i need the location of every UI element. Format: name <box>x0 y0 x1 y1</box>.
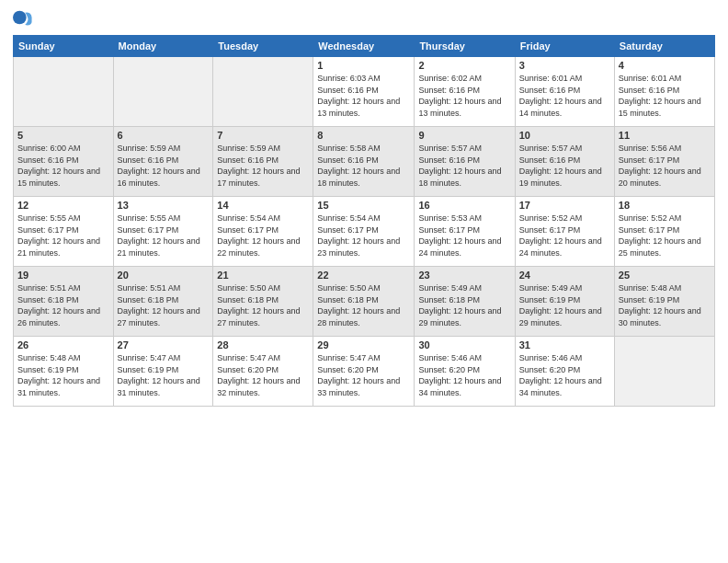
day-number: 7 <box>217 130 309 141</box>
calendar-cell: 3Sunrise: 6:01 AM Sunset: 6:16 PM Daylig… <box>515 57 614 127</box>
calendar-cell: 15Sunrise: 5:54 AM Sunset: 6:17 PM Dayli… <box>313 197 415 267</box>
weekday-header-wednesday: Wednesday <box>313 36 415 57</box>
day-number: 30 <box>418 339 510 350</box>
day-number: 1 <box>317 60 410 71</box>
day-number: 3 <box>519 60 610 71</box>
weekday-header-monday: Monday <box>113 36 213 57</box>
calendar-cell <box>113 57 213 127</box>
calendar-cell: 4Sunrise: 6:01 AM Sunset: 6:16 PM Daylig… <box>614 57 714 127</box>
day-info: Sunrise: 5:48 AM Sunset: 6:19 PM Dayligh… <box>619 282 711 328</box>
calendar-cell <box>614 337 714 407</box>
week-row-3: 12Sunrise: 5:55 AM Sunset: 6:17 PM Dayli… <box>14 197 715 267</box>
day-info: Sunrise: 6:02 AM Sunset: 6:16 PM Dayligh… <box>418 73 510 119</box>
calendar-cell: 21Sunrise: 5:50 AM Sunset: 6:18 PM Dayli… <box>213 267 313 337</box>
day-number: 24 <box>519 270 610 281</box>
day-info: Sunrise: 6:01 AM Sunset: 6:16 PM Dayligh… <box>519 73 610 119</box>
page: SundayMondayTuesdayWednesdayThursdayFrid… <box>0 0 728 563</box>
day-info: Sunrise: 6:01 AM Sunset: 6:16 PM Dayligh… <box>619 73 711 119</box>
calendar-cell: 13Sunrise: 5:55 AM Sunset: 6:17 PM Dayli… <box>113 197 213 267</box>
day-info: Sunrise: 5:52 AM Sunset: 6:17 PM Dayligh… <box>619 213 711 259</box>
day-info: Sunrise: 5:49 AM Sunset: 6:19 PM Dayligh… <box>519 282 610 328</box>
calendar-cell: 11Sunrise: 5:56 AM Sunset: 6:17 PM Dayli… <box>614 127 714 197</box>
calendar-cell: 23Sunrise: 5:49 AM Sunset: 6:18 PM Dayli… <box>415 267 515 337</box>
day-number: 10 <box>519 130 610 141</box>
calendar-cell: 29Sunrise: 5:47 AM Sunset: 6:20 PM Dayli… <box>313 337 415 407</box>
day-number: 2 <box>418 60 510 71</box>
day-number: 11 <box>619 130 711 141</box>
calendar-cell: 5Sunrise: 6:00 AM Sunset: 6:16 PM Daylig… <box>14 127 114 197</box>
svg-point-0 <box>13 11 27 25</box>
day-info: Sunrise: 5:57 AM Sunset: 6:16 PM Dayligh… <box>418 143 510 189</box>
day-number: 23 <box>418 270 510 281</box>
calendar-cell: 9Sunrise: 5:57 AM Sunset: 6:16 PM Daylig… <box>415 127 515 197</box>
calendar-cell: 20Sunrise: 5:51 AM Sunset: 6:18 PM Dayli… <box>113 267 213 337</box>
calendar-cell: 1Sunrise: 6:03 AM Sunset: 6:16 PM Daylig… <box>313 57 415 127</box>
logo <box>13 9 37 29</box>
week-row-4: 19Sunrise: 5:51 AM Sunset: 6:18 PM Dayli… <box>14 267 715 337</box>
weekday-header-thursday: Thursday <box>415 36 515 57</box>
calendar-cell: 28Sunrise: 5:47 AM Sunset: 6:20 PM Dayli… <box>213 337 313 407</box>
calendar-cell: 26Sunrise: 5:48 AM Sunset: 6:19 PM Dayli… <box>14 337 114 407</box>
calendar-cell: 7Sunrise: 5:59 AM Sunset: 6:16 PM Daylig… <box>213 127 313 197</box>
day-number: 6 <box>118 130 210 141</box>
day-number: 12 <box>17 200 109 211</box>
calendar-cell: 12Sunrise: 5:55 AM Sunset: 6:17 PM Dayli… <box>14 197 114 267</box>
day-number: 9 <box>418 130 510 141</box>
day-info: Sunrise: 5:51 AM Sunset: 6:18 PM Dayligh… <box>118 282 210 328</box>
day-info: Sunrise: 5:53 AM Sunset: 6:17 PM Dayligh… <box>418 213 510 259</box>
calendar-cell: 17Sunrise: 5:52 AM Sunset: 6:17 PM Dayli… <box>515 197 614 267</box>
day-info: Sunrise: 5:54 AM Sunset: 6:17 PM Dayligh… <box>317 213 410 259</box>
calendar-cell: 24Sunrise: 5:49 AM Sunset: 6:19 PM Dayli… <box>515 267 614 337</box>
weekday-header-row: SundayMondayTuesdayWednesdayThursdayFrid… <box>14 36 715 57</box>
day-number: 21 <box>217 270 309 281</box>
day-info: Sunrise: 5:59 AM Sunset: 6:16 PM Dayligh… <box>217 143 309 189</box>
day-info: Sunrise: 6:03 AM Sunset: 6:16 PM Dayligh… <box>317 73 410 119</box>
calendar-cell: 27Sunrise: 5:47 AM Sunset: 6:19 PM Dayli… <box>113 337 213 407</box>
logo-icon <box>13 7 33 28</box>
day-number: 14 <box>217 200 309 211</box>
day-number: 27 <box>118 339 210 350</box>
day-number: 20 <box>118 270 210 281</box>
calendar-cell: 30Sunrise: 5:46 AM Sunset: 6:20 PM Dayli… <box>415 337 515 407</box>
day-number: 15 <box>317 200 410 211</box>
calendar-cell: 19Sunrise: 5:51 AM Sunset: 6:18 PM Dayli… <box>14 267 114 337</box>
day-info: Sunrise: 5:47 AM Sunset: 6:19 PM Dayligh… <box>118 352 210 398</box>
week-row-1: 1Sunrise: 6:03 AM Sunset: 6:16 PM Daylig… <box>14 57 715 127</box>
calendar-cell: 16Sunrise: 5:53 AM Sunset: 6:17 PM Dayli… <box>415 197 515 267</box>
day-number: 5 <box>17 130 109 141</box>
day-info: Sunrise: 5:50 AM Sunset: 6:18 PM Dayligh… <box>317 282 410 328</box>
day-number: 8 <box>317 130 410 141</box>
day-info: Sunrise: 5:50 AM Sunset: 6:18 PM Dayligh… <box>217 282 309 328</box>
header <box>13 9 715 29</box>
day-number: 31 <box>519 339 610 350</box>
week-row-5: 26Sunrise: 5:48 AM Sunset: 6:19 PM Dayli… <box>14 337 715 407</box>
day-info: Sunrise: 5:48 AM Sunset: 6:19 PM Dayligh… <box>17 352 109 398</box>
calendar-cell: 2Sunrise: 6:02 AM Sunset: 6:16 PM Daylig… <box>415 57 515 127</box>
day-info: Sunrise: 5:46 AM Sunset: 6:20 PM Dayligh… <box>418 352 510 398</box>
calendar-cell: 18Sunrise: 5:52 AM Sunset: 6:17 PM Dayli… <box>614 197 714 267</box>
day-number: 13 <box>118 200 210 211</box>
day-info: Sunrise: 5:59 AM Sunset: 6:16 PM Dayligh… <box>118 143 210 189</box>
week-row-2: 5Sunrise: 6:00 AM Sunset: 6:16 PM Daylig… <box>14 127 715 197</box>
day-info: Sunrise: 6:00 AM Sunset: 6:16 PM Dayligh… <box>17 143 109 189</box>
day-info: Sunrise: 5:55 AM Sunset: 6:17 PM Dayligh… <box>17 213 109 259</box>
day-info: Sunrise: 5:56 AM Sunset: 6:17 PM Dayligh… <box>619 143 711 189</box>
calendar-cell: 14Sunrise: 5:54 AM Sunset: 6:17 PM Dayli… <box>213 197 313 267</box>
day-info: Sunrise: 5:52 AM Sunset: 6:17 PM Dayligh… <box>519 213 610 259</box>
calendar-table: SundayMondayTuesdayWednesdayThursdayFrid… <box>13 35 715 407</box>
day-number: 28 <box>217 339 309 350</box>
day-number: 25 <box>619 270 711 281</box>
day-info: Sunrise: 5:55 AM Sunset: 6:17 PM Dayligh… <box>118 213 210 259</box>
day-number: 29 <box>317 339 410 350</box>
day-number: 16 <box>418 200 510 211</box>
day-info: Sunrise: 5:46 AM Sunset: 6:20 PM Dayligh… <box>519 352 610 398</box>
day-number: 19 <box>17 270 109 281</box>
calendar-cell: 10Sunrise: 5:57 AM Sunset: 6:16 PM Dayli… <box>515 127 614 197</box>
weekday-header-saturday: Saturday <box>614 36 714 57</box>
calendar-cell: 6Sunrise: 5:59 AM Sunset: 6:16 PM Daylig… <box>113 127 213 197</box>
weekday-header-friday: Friday <box>515 36 614 57</box>
calendar-cell: 25Sunrise: 5:48 AM Sunset: 6:19 PM Dayli… <box>614 267 714 337</box>
calendar-cell: 22Sunrise: 5:50 AM Sunset: 6:18 PM Dayli… <box>313 267 415 337</box>
calendar-cell: 31Sunrise: 5:46 AM Sunset: 6:20 PM Dayli… <box>515 337 614 407</box>
calendar-cell <box>14 57 114 127</box>
